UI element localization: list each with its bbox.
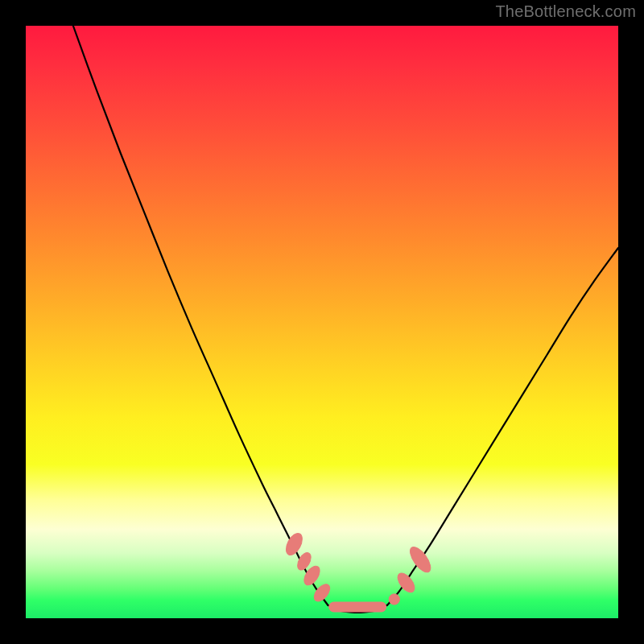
watermark-text: TheBottleneck.com [495, 2, 636, 21]
plot-area [26, 26, 618, 618]
marker-dot [407, 543, 435, 575]
marker-dot [283, 530, 305, 558]
outer-frame: TheBottleneck.com [0, 0, 644, 644]
marker-dot [389, 594, 399, 605]
left-curve [73, 26, 328, 605]
chart-svg [26, 26, 618, 618]
